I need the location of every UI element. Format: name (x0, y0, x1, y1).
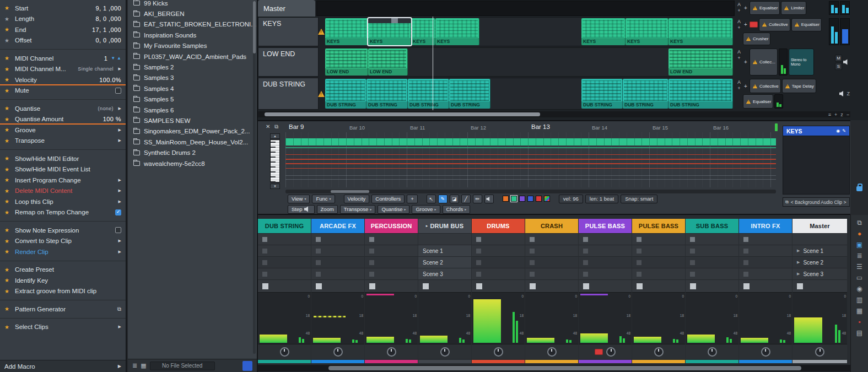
clip-slot[interactable] (637, 272, 641, 277)
background-audio-clip-bar[interactable]: ⧉ < Background Audio Clip > (783, 197, 850, 207)
stop-button[interactable] (530, 237, 535, 242)
pan-knob[interactable] (440, 347, 450, 357)
stop-all-button[interactable] (690, 283, 696, 289)
zoom-control-2[interactable]: z (840, 112, 843, 117)
plugin-collective[interactable]: Collective (759, 18, 790, 31)
master-track-header[interactable]: Master (258, 0, 315, 17)
launcher-track-header[interactable]: PULSE BASS (632, 219, 685, 233)
scene-slot-row[interactable] (472, 245, 525, 256)
menu-item-remap-on-tempo-change[interactable]: ★Remap on Tempo Change (0, 207, 126, 218)
menu-item-loop-this-clip[interactable]: ★Loop this Clip▶ (0, 196, 126, 207)
favourite-star-icon[interactable]: ★ (4, 77, 12, 83)
favourite-star-icon[interactable]: ★ (4, 209, 12, 215)
scrollbar-thumb[interactable] (253, 1, 256, 53)
clip-keys[interactable]: KEYS (668, 18, 733, 45)
record-icon[interactable]: ● (858, 230, 861, 237)
stop-all-button[interactable] (316, 283, 322, 289)
loop-end-marker[interactable] (775, 123, 778, 131)
pan-knob[interactable] (654, 347, 664, 357)
zoom-control-0[interactable]: ≡ (828, 112, 831, 117)
clip-slot[interactable] (637, 260, 641, 265)
stop-button[interactable] (262, 237, 267, 242)
clip-slot[interactable] (743, 272, 748, 277)
clip-slot[interactable] (583, 249, 588, 254)
stop-button[interactable] (476, 237, 481, 242)
scrollbar-thumb[interactable] (331, 190, 369, 193)
clip-slot-row[interactable] (311, 279, 364, 292)
visibility-icon[interactable]: ◉ (836, 128, 840, 133)
clip-slot[interactable] (583, 272, 588, 277)
clip-slot[interactable] (476, 249, 481, 254)
clip-slot-row[interactable] (472, 279, 525, 292)
track-header-dub-string[interactable]: DUB STRING (258, 78, 319, 110)
launcher-track-header[interactable]: DRUMS (472, 219, 525, 233)
editor-button-groove[interactable]: Groove▸ (412, 205, 440, 214)
clip-slot[interactable] (637, 249, 641, 254)
scene-slot-row[interactable] (739, 245, 792, 256)
launcher-track-header[interactable]: ARCADE FX (311, 219, 364, 233)
clip-slot[interactable] (690, 272, 695, 277)
plugin-equaliser[interactable]: Equaliser (791, 18, 822, 31)
stop-slot-row[interactable] (365, 233, 418, 245)
menu-item-value[interactable]: 9, 1 ,000 (96, 5, 121, 12)
clip-slot-row[interactable] (686, 279, 738, 292)
zoom-control-1[interactable]: + (834, 112, 837, 117)
note-colour-swatch[interactable] (527, 196, 533, 202)
lane-tab-controllers[interactable]: Controllers (371, 195, 405, 203)
clip-keys[interactable]: KEYS (435, 18, 479, 45)
clip-slot[interactable] (369, 260, 374, 265)
pan-knob[interactable] (606, 347, 616, 357)
favourite-star-icon[interactable]: ★ (4, 116, 12, 122)
midi-notes-strip[interactable] (285, 138, 776, 145)
scene-slot-row[interactable] (311, 245, 364, 256)
stop-slot-row[interactable] (792, 233, 847, 245)
folder-item[interactable]: wavealchemy-5e2cc8 (133, 158, 257, 169)
stop-button[interactable] (583, 237, 588, 242)
scene-slot-row[interactable] (686, 268, 738, 279)
favourite-star-icon[interactable]: ★ (4, 288, 12, 294)
clip-dub-string[interactable]: DUB STRING (325, 79, 366, 109)
clip-slot[interactable] (690, 249, 695, 254)
pointer-tool[interactable]: ↖ (427, 195, 436, 203)
menu-item-pattern-generator[interactable]: ★Pattern Generator⧉ (0, 304, 126, 315)
launcher-track-header[interactable]: PERCUSSION (365, 219, 418, 233)
clip-slot-row[interactable] (739, 279, 792, 292)
browser-scrollbar[interactable] (253, 1, 256, 354)
stop-all-button[interactable] (530, 283, 536, 289)
folder-item[interactable]: PL0357_WAV_ACID_Ambient_Pads (133, 51, 257, 62)
scene-slot-row[interactable] (258, 245, 311, 256)
menu-item-transpose[interactable]: ★Transpose▶ (0, 136, 126, 147)
piano-keyboard[interactable] (270, 139, 280, 182)
dock-editor-icon[interactable]: ⧉ (274, 123, 278, 130)
scene-slot-row[interactable] (472, 268, 525, 279)
clip-slot[interactable] (476, 272, 481, 277)
launcher-track-header[interactable]: Master (792, 219, 847, 233)
automation-column[interactable]: A+ (736, 48, 742, 76)
folder-item[interactable]: Samples 6 (133, 105, 257, 115)
list-view-icon[interactable]: ≣ (132, 362, 137, 369)
plugin-collec[interactable]: Collec... (750, 48, 778, 76)
controller-lanes[interactable] (285, 152, 776, 169)
scene-slot-row[interactable]: Scene 1 (418, 245, 471, 256)
play-scene-icon[interactable]: ▶ (797, 249, 800, 253)
folder-item[interactable]: AKI_BERGEN (133, 8, 257, 19)
favourite-star-icon[interactable]: ★ (4, 238, 12, 244)
folder-item[interactable]: SAMPLES NEW (133, 115, 257, 126)
clip-dub-string[interactable]: DUB STRING (623, 79, 668, 109)
plugin-crusher[interactable]: Crusher (743, 33, 770, 46)
scene-slot-row[interactable] (365, 268, 418, 279)
lane-tab-velocity[interactable]: Velocity (344, 195, 370, 203)
launcher-track-header[interactable]: PULSE BASS (579, 219, 632, 233)
stop-slot-row[interactable] (311, 233, 364, 245)
favourite-star-icon[interactable]: ★ (4, 249, 12, 255)
clip-slot[interactable] (262, 260, 267, 265)
stop-button[interactable] (316, 237, 321, 242)
stop-all-button[interactable] (743, 283, 750, 289)
folder-item[interactable]: 99 Kicks (133, 0, 257, 8)
scene-slot-row[interactable] (472, 256, 525, 268)
virtual-keyboard-icon[interactable]: ▤ (856, 330, 862, 336)
menu-item-value[interactable]: 8, 0 ,000 (96, 15, 121, 22)
snap-field[interactable]: Snap: smart (621, 195, 657, 203)
plugin-equaliser[interactable]: Equaliser (743, 94, 773, 109)
menu-item-create-preset[interactable]: ★Create Preset (0, 265, 126, 276)
